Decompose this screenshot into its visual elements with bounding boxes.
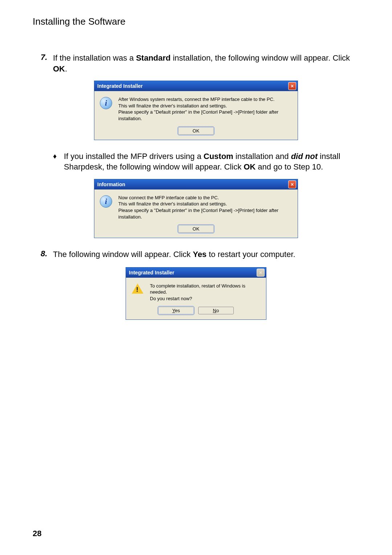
step-8-text: The following window will appear. Click … <box>53 249 295 260</box>
dialog3-line1: To complete installation, restart of Win… <box>150 283 261 295</box>
no-underline: N <box>213 308 216 313</box>
dialog2-message: Now connect the MFP interface cable to t… <box>113 195 293 220</box>
dialog2-line3: Please specify a "Default printer" in th… <box>118 207 293 220</box>
dialog1-body: i After Windows system restarts, connect… <box>94 91 298 125</box>
dialog2-titlebar: Information × <box>94 179 298 189</box>
dialog-information: Information × i Now connect the MFP inte… <box>94 179 298 238</box>
step-7-text: If the installation was a Standard insta… <box>53 53 359 74</box>
step-8-text-c: to restart your computer. <box>207 250 295 259</box>
step-7: 7. If the installation was a Standard in… <box>41 53 359 74</box>
dialog2-line2: This will finalize the driver's installa… <box>118 201 293 207</box>
bullet-custom-note: ♦ If you installed the MFP drivers using… <box>53 151 359 172</box>
dialog1-message: After Windows system restarts, connect t… <box>113 96 293 122</box>
ok-button[interactable]: OK <box>178 225 214 233</box>
dialog1-line1: After Windows system restarts, connect t… <box>118 96 293 103</box>
close-icon: × <box>257 269 265 277</box>
dialog3-line2: Do you restart now? <box>150 295 261 302</box>
bullet-ok: OK <box>244 162 256 171</box>
dialog1-line3: Please specify a "Default printer" in th… <box>118 109 293 122</box>
dialog3-message: To complete installation, restart of Win… <box>144 283 261 302</box>
ok-button[interactable]: OK <box>178 127 214 135</box>
dialog-integrated-installer-2: Integrated Installer × To complete insta… <box>126 267 266 320</box>
step-7-text-a: If the installation was a <box>53 53 136 62</box>
page-heading: Installing the Software <box>33 16 359 27</box>
page-number: 28 <box>33 529 41 538</box>
yes-rest: es <box>175 308 180 313</box>
no-rest: o <box>216 308 219 313</box>
dialog2-actions: OK <box>94 223 298 238</box>
step-8-text-a: The following window will appear. Click <box>53 250 193 259</box>
step-7-text-c: installation, the following window will … <box>171 53 350 62</box>
step-7-text-standard: Standard <box>136 53 171 62</box>
close-icon[interactable]: × <box>288 180 296 188</box>
info-icon: i <box>99 96 113 122</box>
bullet-text: If you installed the MFP drivers using a… <box>64 151 359 172</box>
step-7-text-e: . <box>65 64 67 73</box>
dialog3-title: Integrated Installer <box>129 270 257 276</box>
bullet-custom: Custom <box>204 152 233 161</box>
dialog1-titlebar: Integrated Installer × <box>94 81 298 91</box>
step-8-text-yes: Yes <box>193 250 207 259</box>
bullet-didnot: did not <box>291 152 318 161</box>
step-7-text-ok: OK <box>53 64 65 73</box>
dialog2-line1: Now connect the MFP interface cable to t… <box>118 195 293 201</box>
step-8-number: 8. <box>41 249 53 260</box>
close-icon[interactable]: × <box>288 82 296 90</box>
warning-icon <box>131 283 144 302</box>
bullet-c: installation and <box>233 152 291 161</box>
bullet-a: If you installed the MFP drivers using a <box>64 152 204 161</box>
step-8: 8. The following window will appear. Cli… <box>41 249 359 260</box>
dialog1-title: Integrated Installer <box>97 83 288 89</box>
step-7-number: 7. <box>41 53 53 74</box>
bullet-g: and go to Step 10. <box>256 162 323 171</box>
dialog3-body: To complete installation, restart of Win… <box>126 278 266 305</box>
document-page: Installing the Software 7. If the instal… <box>0 0 392 555</box>
yes-button[interactable]: Yes <box>158 307 194 314</box>
info-icon: i <box>99 195 113 220</box>
dialog1-line2: This will finalize the driver's installa… <box>118 103 293 109</box>
dialog1-actions: OK <box>94 125 298 140</box>
no-button[interactable]: No <box>198 307 234 314</box>
bullet-mark-icon: ♦ <box>53 151 64 172</box>
yes-underline: Y <box>172 308 175 313</box>
dialog3-titlebar: Integrated Installer × <box>126 268 266 278</box>
dialog2-title: Information <box>97 181 288 187</box>
dialog-integrated-installer-1: Integrated Installer × i After Windows s… <box>94 81 298 140</box>
dialog2-body: i Now connect the MFP interface cable to… <box>94 189 298 223</box>
dialog3-actions: Yes No <box>126 305 266 319</box>
